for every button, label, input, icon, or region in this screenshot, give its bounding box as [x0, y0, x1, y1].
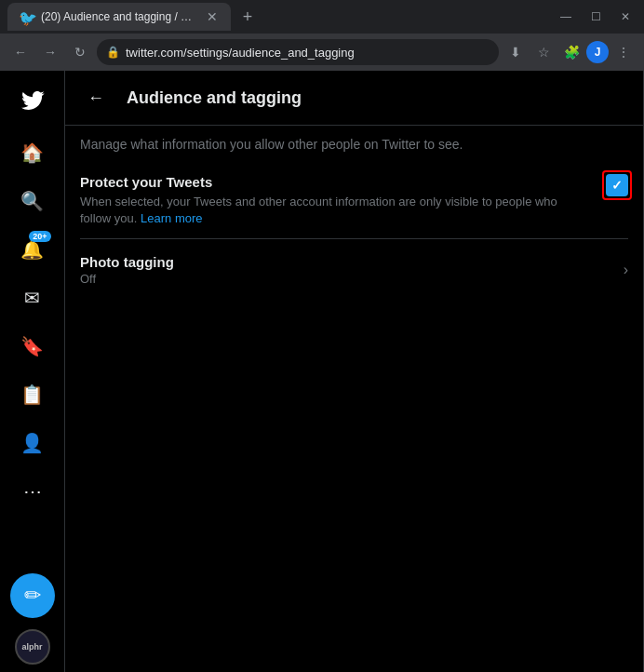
checkmark-icon: ✓	[611, 178, 623, 193]
lock-icon: 🔒	[106, 46, 120, 59]
sidebar-item-notifications[interactable]: 🔔 20+	[10, 227, 55, 272]
tab-title: (20) Audience and tagging / Twit...	[41, 10, 197, 23]
download-icon[interactable]: ⬇	[503, 39, 529, 65]
new-tab-button[interactable]: +	[235, 4, 261, 30]
page-header: ← Audience and tagging	[65, 71, 643, 126]
sidebar-item-bookmarks[interactable]: 🔖	[10, 324, 55, 369]
photo-tagging-title: Photo tagging	[80, 254, 624, 270]
close-button[interactable]: ✕	[614, 6, 637, 28]
sidebar-item-home[interactable]: 🏠	[10, 130, 55, 175]
photo-tagging-info: Photo tagging Off	[80, 254, 624, 286]
bookmark-icon[interactable]: ☆	[530, 39, 557, 65]
settings-section: Protect your Tweets When selected, your …	[65, 163, 643, 301]
tab-favicon: 🐦	[19, 9, 34, 24]
protect-tweets-checkbox-wrapper: ✓	[606, 174, 628, 196]
menu-icon[interactable]: ⋮	[610, 39, 637, 65]
photo-tagging-row[interactable]: Photo tagging Off ›	[80, 238, 628, 301]
notification-badge: 20+	[29, 231, 50, 242]
learn-more-link[interactable]: Learn more	[141, 211, 202, 225]
maximize-button[interactable]: ☐	[584, 6, 607, 28]
sidebar: 🏠 🔍 🔔 20+ ✉ 🔖 📋 👤 ⋯ ✏ alphr	[0, 71, 65, 672]
minimize-button[interactable]: —	[555, 6, 577, 28]
address-text: twitter.com/settings/audience_and_taggin…	[126, 46, 490, 60]
extensions-icon[interactable]: 🧩	[558, 39, 584, 65]
back-button[interactable]: ←	[80, 82, 112, 114]
account-avatar-label: alphr	[21, 642, 42, 652]
reload-button[interactable]: ↻	[67, 39, 93, 65]
page-title: Audience and tagging	[127, 88, 302, 108]
twitter-logo[interactable]	[10, 78, 55, 123]
window-controls: — ☐ ✕	[555, 6, 637, 28]
back-browser-button[interactable]: ←	[7, 39, 34, 65]
sidebar-item-explore[interactable]: 🔍	[10, 179, 55, 223]
protect-tweets-description: When selected, your Tweets and other acc…	[80, 194, 591, 227]
sidebar-item-profile[interactable]: 👤	[10, 421, 55, 465]
browser-chrome: 🐦 (20) Audience and tagging / Twit... ✕ …	[0, 0, 644, 71]
app-container: 🏠 🔍 🔔 20+ ✉ 🔖 📋 👤 ⋯ ✏ alphr ← Audience a…	[0, 71, 644, 672]
protect-tweets-title: Protect your Tweets	[80, 174, 591, 190]
profile-avatar[interactable]: J	[586, 41, 609, 63]
forward-browser-button[interactable]: →	[37, 39, 63, 65]
photo-tagging-value: Off	[80, 272, 624, 286]
sidebar-item-lists[interactable]: 📋	[10, 372, 55, 417]
browser-tab[interactable]: 🐦 (20) Audience and tagging / Twit... ✕	[7, 3, 231, 31]
account-avatar[interactable]: alphr	[15, 629, 50, 665]
main-content: ← Audience and tagging Manage what infor…	[65, 71, 644, 672]
chevron-right-icon: ›	[624, 262, 628, 278]
browser-toolbar: ← → ↻ 🔒 twitter.com/settings/audience_an…	[0, 34, 644, 71]
sidebar-item-more[interactable]: ⋯	[10, 469, 55, 514]
protect-tweets-row: Protect your Tweets When selected, your …	[80, 163, 628, 238]
toolbar-icons: ⬇ ☆ 🧩 J ⋮	[503, 39, 637, 65]
protect-tweets-info: Protect your Tweets When selected, your …	[80, 174, 606, 227]
address-bar[interactable]: 🔒 twitter.com/settings/audience_and_tagg…	[97, 39, 499, 65]
tab-close-button[interactable]: ✕	[205, 9, 220, 24]
page-subtitle: Manage what information you allow other …	[65, 126, 643, 163]
sidebar-item-messages[interactable]: ✉	[10, 276, 55, 320]
protect-tweets-checkbox[interactable]: ✓	[606, 174, 628, 196]
compose-button[interactable]: ✏	[10, 573, 55, 618]
browser-titlebar: 🐦 (20) Audience and tagging / Twit... ✕ …	[0, 0, 644, 34]
